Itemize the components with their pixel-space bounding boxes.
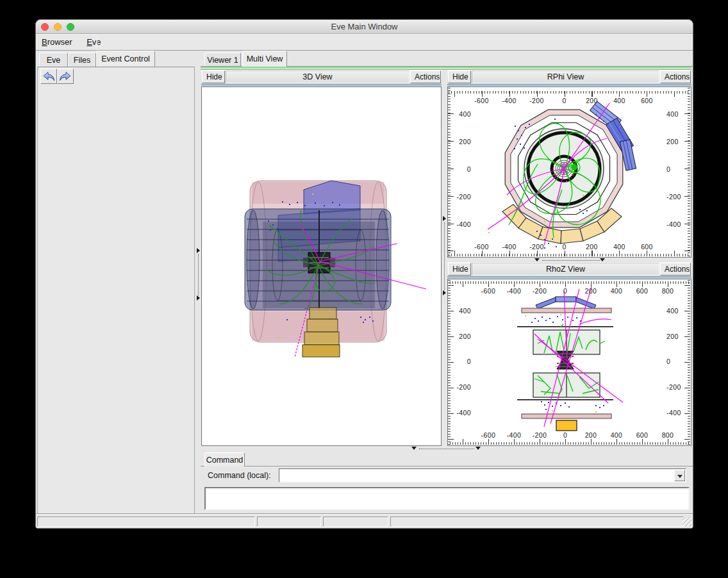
- menu-bar: Browser Eve: [36, 34, 693, 51]
- tick-label: 0: [452, 349, 471, 375]
- rphi-x-ruler-bottom: [448, 251, 691, 256]
- rhoz-detector-graphic: [448, 279, 691, 445]
- muon-bar-top: [522, 308, 611, 313]
- rphi-canvas[interactable]: -600-400-2000200400600 -600-400-20002004…: [447, 87, 691, 258]
- tick-label: -600: [476, 287, 501, 295]
- command-combobox: [279, 468, 686, 483]
- tick-label: -600: [476, 431, 501, 439]
- rhoz-hide-button[interactable]: Hide: [448, 263, 471, 276]
- status-section: [323, 516, 388, 527]
- tick-label: 600: [633, 243, 661, 251]
- tick-label: 0: [550, 243, 578, 251]
- tick-label: 600: [629, 287, 655, 295]
- tick-label: 200: [666, 324, 686, 349]
- view3d-actions-button[interactable]: Actions: [410, 70, 441, 83]
- command-dropdown-button[interactable]: [674, 470, 685, 481]
- orange-box: [556, 420, 577, 431]
- window-title: Eve Main Window: [36, 22, 693, 31]
- command-output-box[interactable]: [204, 487, 690, 510]
- bottom-splitter-dotted-line[interactable]: [419, 449, 474, 449]
- bottom-splitter-handle[interactable]: [411, 447, 417, 450]
- rhoz-actions-button[interactable]: Actions: [660, 263, 691, 276]
- tick-label: 200: [578, 97, 606, 104]
- rhoz-x-ruler-top: [448, 281, 691, 287]
- tick-label: -200: [452, 183, 471, 210]
- tab-multi-view[interactable]: Multi View: [242, 51, 287, 67]
- previous-event-button[interactable]: [40, 69, 57, 84]
- tab-files[interactable]: Files: [68, 53, 96, 67]
- rphi-actions-button[interactable]: Actions: [660, 70, 691, 83]
- rhoz-header: Hide RhoZ View Actions: [447, 262, 691, 276]
- tick-label: 0: [666, 349, 686, 375]
- view3d-hide-button[interactable]: Hide: [202, 70, 225, 83]
- beam-core: [556, 351, 575, 369]
- tick-label: -200: [452, 374, 471, 400]
- tick-label: -200: [523, 243, 550, 251]
- tick-label: 0: [550, 97, 578, 104]
- tab-viewer-1[interactable]: Viewer 1: [204, 53, 241, 67]
- rphi-x-ticklabels-top: -600-400-2000200400600: [468, 97, 661, 104]
- view-splitter-dotted-line[interactable]: [542, 260, 600, 261]
- tick-label: 600: [633, 97, 661, 104]
- detector-3d-graphic: [202, 87, 441, 445]
- tick-label: 200: [578, 243, 606, 251]
- rphi-hide-button[interactable]: Hide: [448, 70, 471, 83]
- tab-event-control[interactable]: Event Control: [96, 51, 155, 67]
- tick-label: -600: [468, 97, 495, 104]
- command-input[interactable]: [280, 470, 674, 481]
- tick-label: 400: [606, 97, 633, 104]
- tab-eve[interactable]: Eve: [39, 53, 68, 67]
- tick-label: 400: [666, 100, 686, 128]
- muon-bar-bottom: [522, 414, 611, 418]
- eve-main-window: Eve Main Window Browser Eve Eve Files Ev…: [35, 19, 693, 529]
- rphi-y-ticklabels-right: 4002000-200-400: [666, 100, 686, 238]
- tick-label: 200: [452, 324, 471, 349]
- pack-splitter-handle[interactable]: [443, 290, 446, 295]
- tick-label: 200: [578, 431, 604, 439]
- tick-label: 200: [578, 287, 604, 295]
- tick-label: -200: [527, 287, 552, 295]
- hcal-line-bottom: [517, 399, 613, 400]
- tick-label: 400: [452, 100, 471, 128]
- tick-label: 400: [666, 298, 686, 324]
- view-splitter-handle[interactable]: [600, 258, 605, 261]
- splitter-dotted-line[interactable]: [198, 254, 199, 295]
- tick-label: -400: [452, 400, 471, 425]
- tick-label: -400: [501, 287, 527, 295]
- tick-label: -200: [666, 183, 686, 210]
- menu-browser[interactable]: Browser: [36, 35, 78, 50]
- splitter-collapse-handle[interactable]: [197, 295, 200, 301]
- redo-arrow-icon: [58, 74, 72, 85]
- tab-command[interactable]: Command: [204, 452, 245, 467]
- tick-label: 400: [604, 287, 629, 295]
- titlebar[interactable]: Eve Main Window: [36, 20, 693, 34]
- rhoz-y-ticklabels-left: 4002000-200-400: [452, 298, 471, 425]
- status-bar: [36, 514, 693, 528]
- view3d-header: Hide 3D View Actions: [201, 70, 442, 84]
- next-event-button[interactable]: [57, 69, 74, 84]
- menu-eve[interactable]: Eve: [81, 35, 106, 50]
- pack-splitter-handle[interactable]: [443, 216, 446, 221]
- tick-label: 0: [452, 155, 471, 183]
- rphi-x-ruler-top: [448, 91, 691, 97]
- tick-label: 800: [655, 431, 681, 439]
- splitter-collapse-handle[interactable]: [197, 248, 200, 253]
- tick-label: 400: [452, 298, 471, 324]
- rhoz-x-ticklabels-bottom: -600-400-2000200400600800: [476, 431, 681, 439]
- tick-label: -400: [501, 431, 527, 439]
- tick-label: 200: [666, 128, 686, 155]
- tick-label: 200: [452, 128, 471, 155]
- status-section: [257, 516, 321, 527]
- tick-label: -400: [452, 210, 471, 238]
- rhoz-title: RhoZ View: [472, 263, 659, 276]
- pack-splitter-dotted-line[interactable]: [444, 222, 445, 290]
- view-splitter-handle[interactable]: [534, 258, 540, 261]
- resize-grip[interactable]: [682, 517, 691, 526]
- rhoz-x-ticklabels-top: -600-400-2000200400600800: [476, 287, 681, 295]
- view3d-canvas[interactable]: [201, 87, 442, 446]
- rhoz-canvas[interactable]: -600-400-2000200400600800 -600-400-20002…: [447, 279, 691, 446]
- tick-label: -400: [495, 97, 523, 104]
- undo-arrow-icon: [41, 74, 56, 85]
- bottom-splitter-handle[interactable]: [476, 447, 481, 450]
- rphi-detector-graphic: [448, 87, 691, 257]
